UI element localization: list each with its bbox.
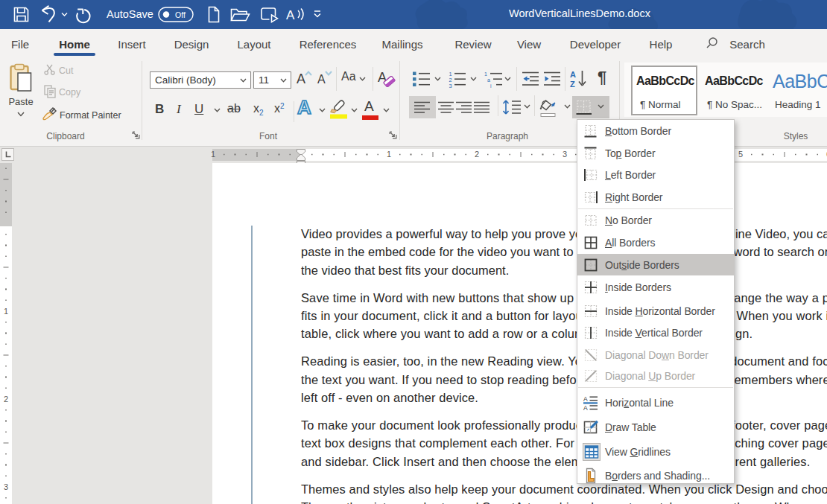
svg-text:Z: Z	[570, 80, 575, 89]
svg-text:3: 3	[563, 150, 567, 159]
svg-text:1: 1	[484, 71, 487, 77]
svg-text:i: i	[490, 83, 492, 89]
svg-text:1: 1	[387, 150, 391, 159]
svg-text:a: a	[487, 77, 490, 83]
svg-text:2: 2	[4, 395, 8, 403]
svg-text:Off: Off	[175, 10, 186, 19]
svg-text:A: A	[570, 70, 576, 79]
svg-text:A: A	[286, 8, 295, 22]
svg-text:1: 1	[4, 307, 8, 316]
svg-text:A: A	[583, 404, 588, 412]
svg-text:5: 5	[738, 150, 743, 159]
svg-text:A: A	[583, 395, 588, 403]
svg-text:1: 1	[211, 150, 215, 159]
svg-text:2: 2	[475, 150, 479, 159]
svg-text:3: 3	[449, 83, 452, 89]
svg-text:3: 3	[4, 482, 8, 491]
